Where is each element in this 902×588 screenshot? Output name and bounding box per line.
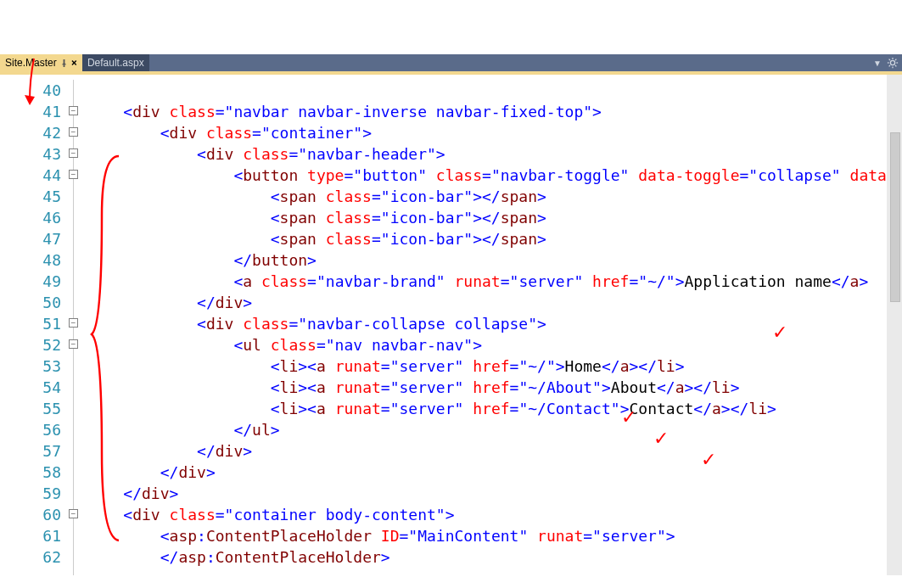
tab-label: Site.Master (5, 57, 57, 69)
document-tab-bar: Site.Master × Default.aspx ▼ (0, 54, 902, 71)
code-editor[interactable]: 4041424344454647484950515253545556575859… (0, 75, 902, 575)
fold-toggle[interactable]: − (69, 148, 78, 158)
line-number: 58 (0, 462, 61, 483)
code-line[interactable]: <span class="icon-bar"></span> (87, 186, 902, 207)
code-line[interactable]: <div class="navbar-header"> (87, 143, 902, 165)
annotation-check: ✓ (653, 428, 669, 450)
line-number: 56 (0, 419, 61, 440)
line-number: 47 (0, 228, 61, 249)
gear-icon[interactable] (887, 57, 899, 69)
code-line[interactable]: </asp:ContentPlaceHolder> (87, 546, 902, 568)
code-line[interactable]: </div> (87, 292, 902, 313)
fold-toggle[interactable]: − (69, 339, 78, 349)
code-line[interactable]: </div> (87, 462, 902, 483)
line-number: 55 (0, 398, 61, 419)
line-number: 48 (0, 249, 61, 271)
line-number: 53 (0, 356, 61, 377)
line-number: 46 (0, 207, 61, 228)
code-line[interactable]: <div class="container"> (87, 122, 902, 143)
code-line[interactable]: </ul> (87, 419, 902, 440)
line-number: 50 (0, 292, 61, 313)
pin-icon[interactable] (60, 59, 68, 67)
code-line[interactable]: <a class="navbar-brand" runat="server" h… (87, 271, 902, 292)
fold-toggle[interactable]: − (69, 318, 78, 328)
line-number: 45 (0, 186, 61, 207)
tab-label: Default.aspx (87, 57, 144, 69)
line-number: 59 (0, 483, 61, 504)
code-line[interactable]: </button> (87, 249, 902, 271)
code-line[interactable]: <button type="button" class="navbar-togg… (87, 165, 902, 186)
line-number: 60 (0, 504, 61, 525)
line-number: 41 (0, 101, 61, 122)
code-line[interactable]: </div> (87, 483, 902, 504)
line-number: 62 (0, 546, 61, 568)
code-line[interactable]: <li><a runat="server" href="~/About">Abo… (87, 377, 902, 398)
line-number: 52 (0, 334, 61, 356)
code-line[interactable]: </div> (87, 440, 902, 462)
outlining-margin[interactable]: −−−−−−− (66, 75, 81, 575)
code-line[interactable]: <div class="navbar navbar-inverse navbar… (87, 101, 902, 122)
svg-line-7 (889, 65, 890, 66)
line-number: 57 (0, 440, 61, 462)
annotation-check: ✓ (621, 406, 636, 428)
svg-line-8 (895, 59, 896, 60)
annotation-check: ✓ (772, 322, 787, 344)
code-line[interactable]: <div class="container body-content"> (87, 504, 902, 525)
line-number: 54 (0, 377, 61, 398)
line-number: 44 (0, 165, 61, 186)
line-number-gutter: 4041424344454647484950515253545556575859… (0, 75, 66, 575)
code-line[interactable]: <li><a runat="server" href="~/">Home</a>… (87, 356, 902, 377)
line-number: 61 (0, 525, 61, 546)
tab-overflow-chevron-icon[interactable]: ▼ (873, 59, 882, 68)
scrollbar-thumb[interactable] (890, 132, 900, 302)
fold-toggle[interactable]: − (69, 127, 78, 137)
code-line[interactable]: <span class="icon-bar"></span> (87, 207, 902, 228)
code-line[interactable]: <li><a runat="server" href="~/Contact">C… (87, 398, 902, 419)
vs-editor-window: Site.Master × Default.aspx ▼ 40414243444… (0, 54, 902, 588)
tab-site-master[interactable]: Site.Master × (0, 54, 82, 71)
svg-line-5 (889, 59, 890, 60)
close-icon[interactable]: × (71, 57, 77, 69)
code-line[interactable]: <span class="icon-bar"></span> (87, 228, 902, 249)
line-number: 42 (0, 122, 61, 143)
tab-default-aspx[interactable]: Default.aspx (82, 54, 149, 71)
code-line[interactable] (87, 80, 902, 101)
svg-point-0 (890, 60, 894, 64)
line-number: 49 (0, 271, 61, 292)
fold-toggle[interactable]: − (69, 509, 78, 518)
line-number: 40 (0, 80, 61, 101)
code-line[interactable]: <asp:ContentPlaceHolder ID="MainContent"… (87, 525, 902, 546)
fold-toggle[interactable]: − (69, 106, 78, 115)
vertical-scrollbar[interactable] (887, 75, 902, 575)
fold-toggle[interactable]: − (69, 170, 78, 179)
svg-line-6 (895, 65, 896, 66)
line-number: 51 (0, 313, 61, 334)
annotation-check: ✓ (701, 449, 716, 471)
line-number: 43 (0, 143, 61, 165)
